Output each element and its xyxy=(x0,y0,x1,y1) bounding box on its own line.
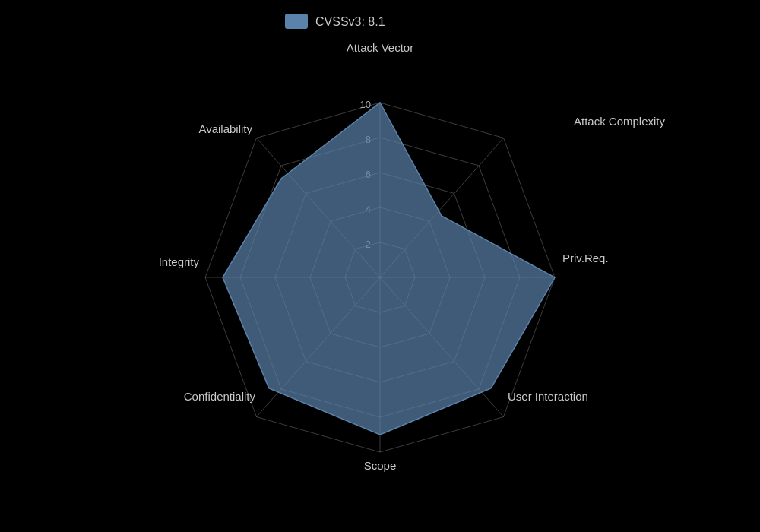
chart-title: CVSSv3: 8.1 xyxy=(315,15,385,28)
label-priv-req: Priv.Req. xyxy=(562,252,609,264)
label-integrity: Integrity xyxy=(159,255,200,268)
label-user-interaction: User Interaction xyxy=(508,390,588,403)
scale-10: 10 xyxy=(360,99,371,110)
label-confidentiality: Confidentiality xyxy=(184,390,256,403)
label-attack-vector: Attack Vector xyxy=(347,41,413,54)
radar-data-polygon xyxy=(223,103,555,435)
radar-chart: CVSSv3: 8.1 xyxy=(0,0,760,532)
chart-container: CVSSv3: 8.1 xyxy=(0,0,760,532)
label-availability: Availability xyxy=(198,122,252,135)
label-attack-complexity: Attack Complexity xyxy=(574,115,666,128)
legend-color-box xyxy=(285,14,308,29)
label-scope: Scope xyxy=(364,459,397,472)
